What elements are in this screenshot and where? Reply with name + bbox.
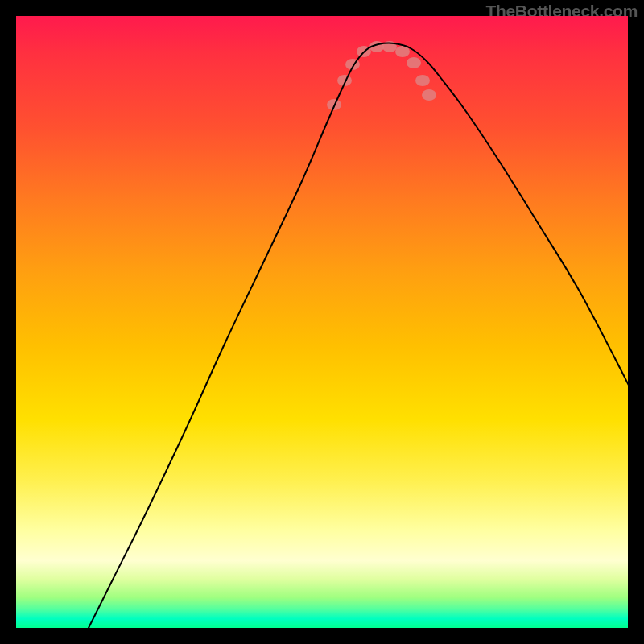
bottleneck-curve-line — [89, 43, 628, 628]
highlight-dot — [415, 75, 430, 86]
highlight-dot — [422, 89, 436, 101]
chart-frame: TheBottleneck.com — [0, 0, 644, 644]
highlight-dot — [407, 57, 421, 68]
curve-layer — [16, 16, 628, 628]
highlight-dot-group — [327, 41, 436, 110]
plot-area — [16, 16, 628, 628]
